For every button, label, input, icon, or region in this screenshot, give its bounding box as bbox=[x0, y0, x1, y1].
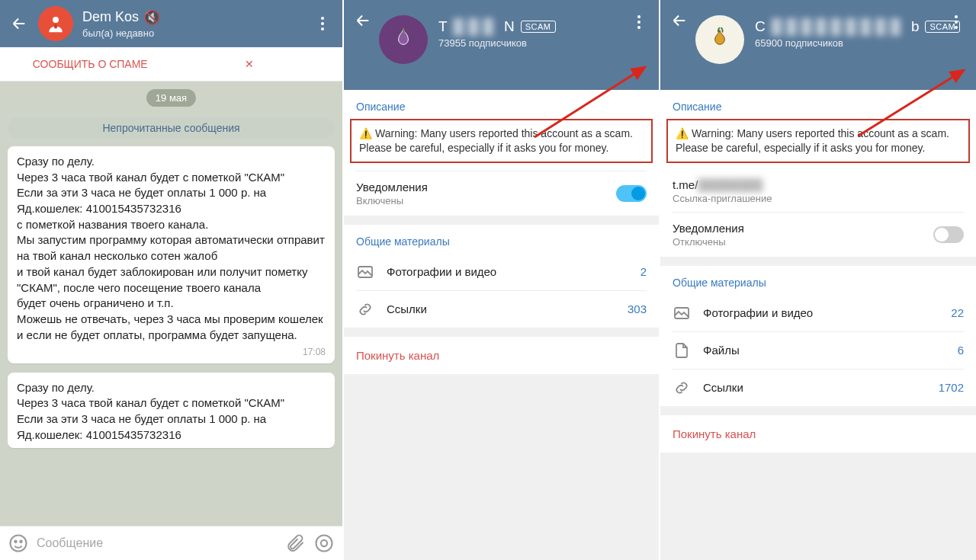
info-header: C█████████bSCAM 65900 подписчиков bbox=[660, 0, 976, 90]
links-row[interactable]: Ссылки 303 bbox=[344, 291, 659, 328]
svg-point-5 bbox=[316, 536, 332, 552]
chat-body: 19 мая Непрочитанные сообщения Сразу по … bbox=[0, 82, 342, 526]
message-bubble[interactable]: Сразу по делу. Через 3 часа твой канал б… bbox=[8, 146, 335, 363]
svg-point-6 bbox=[321, 540, 327, 546]
more-menu-icon[interactable] bbox=[312, 12, 333, 35]
image-icon bbox=[673, 304, 691, 322]
info-header: T███NSCAM 73955 подписчиков bbox=[344, 0, 659, 90]
image-icon bbox=[356, 263, 374, 281]
scam-badge: SCAM bbox=[521, 21, 556, 33]
svg-point-0 bbox=[53, 17, 59, 23]
description-title: Описание bbox=[344, 90, 659, 119]
notifications-row[interactable]: Уведомления Отключены bbox=[660, 213, 976, 257]
description-title: Описание bbox=[660, 90, 976, 119]
materials-title: Общие материалы bbox=[660, 266, 976, 295]
photos-row[interactable]: Фотографии и видео22 bbox=[660, 295, 976, 331]
chat-header: Dem Kos🔇 был(а) недавно bbox=[0, 0, 342, 47]
files-row[interactable]: Файлы6 bbox=[660, 332, 976, 369]
unread-separator: Непрочитанные сообщения bbox=[8, 117, 335, 139]
svg-point-3 bbox=[14, 541, 16, 542]
notifications-row[interactable]: Уведомления Включены bbox=[344, 171, 659, 216]
warning-icon: ⚠️ bbox=[676, 127, 689, 139]
message-text: Сразу по делу. Через 3 часа твой канал б… bbox=[17, 155, 325, 341]
chat-status: был(а) недавно bbox=[82, 27, 312, 39]
more-menu-icon[interactable] bbox=[946, 11, 967, 34]
link-icon bbox=[356, 300, 374, 318]
leave-channel-button[interactable]: Покинуть канал bbox=[660, 415, 976, 453]
message-text: Сразу по делу. Через 3 часа твой канал б… bbox=[17, 381, 284, 441]
channel-avatar[interactable] bbox=[379, 15, 428, 64]
report-spam-button[interactable]: СООБЩИТЬ О СПАМЕ bbox=[12, 58, 169, 70]
svg-point-4 bbox=[20, 541, 21, 542]
message-input[interactable] bbox=[37, 536, 277, 550]
chat-title[interactable]: Dem Kos bbox=[82, 9, 139, 25]
message-time: 17:08 bbox=[303, 346, 326, 359]
message-bubble[interactable]: Сразу по делу. Через 3 часа твой канал б… bbox=[8, 373, 335, 448]
date-separator: 19 мая bbox=[146, 89, 196, 107]
svg-rect-1 bbox=[54, 24, 57, 28]
links-row[interactable]: Ссылки1702 bbox=[660, 370, 976, 406]
channel-name[interactable]: T███NSCAM bbox=[438, 18, 628, 35]
avatar[interactable] bbox=[38, 6, 73, 41]
file-icon bbox=[673, 341, 691, 360]
materials-title: Общие материалы bbox=[344, 225, 659, 254]
invite-link-row[interactable]: t.me/████████ Ссылка-приглашение bbox=[660, 171, 976, 212]
channel-name[interactable]: C█████████bSCAM bbox=[755, 18, 946, 35]
channel-avatar[interactable] bbox=[695, 15, 744, 64]
scam-warning: ⚠️Warning: Many users reported this acco… bbox=[666, 119, 970, 163]
close-icon[interactable]: ✕ bbox=[169, 58, 331, 70]
subscribers-count: 73955 подписчиков bbox=[438, 37, 628, 49]
emoji-icon[interactable] bbox=[8, 533, 29, 554]
photos-row[interactable]: Фотографии и видео 2 bbox=[344, 254, 659, 290]
spam-bar: СООБЩИТЬ О СПАМЕ ✕ bbox=[0, 47, 342, 82]
more-menu-icon[interactable] bbox=[628, 11, 650, 34]
notifications-toggle[interactable] bbox=[933, 226, 964, 243]
mute-icon: 🔇 bbox=[143, 9, 160, 26]
link-icon bbox=[673, 379, 691, 397]
warning-icon: ⚠️ bbox=[359, 127, 372, 139]
back-icon[interactable] bbox=[9, 14, 29, 34]
voice-icon[interactable] bbox=[313, 533, 335, 554]
input-bar bbox=[0, 526, 342, 560]
scam-warning: ⚠️Warning: Many users reported this acco… bbox=[350, 119, 653, 163]
back-icon[interactable] bbox=[353, 11, 373, 30]
back-icon[interactable] bbox=[669, 11, 689, 30]
notifications-toggle[interactable] bbox=[616, 185, 647, 202]
svg-point-2 bbox=[11, 536, 27, 552]
leave-channel-button[interactable]: Покинуть канал bbox=[344, 337, 659, 374]
attach-icon[interactable] bbox=[284, 533, 306, 554]
subscribers-count: 65900 подписчиков bbox=[755, 37, 946, 49]
